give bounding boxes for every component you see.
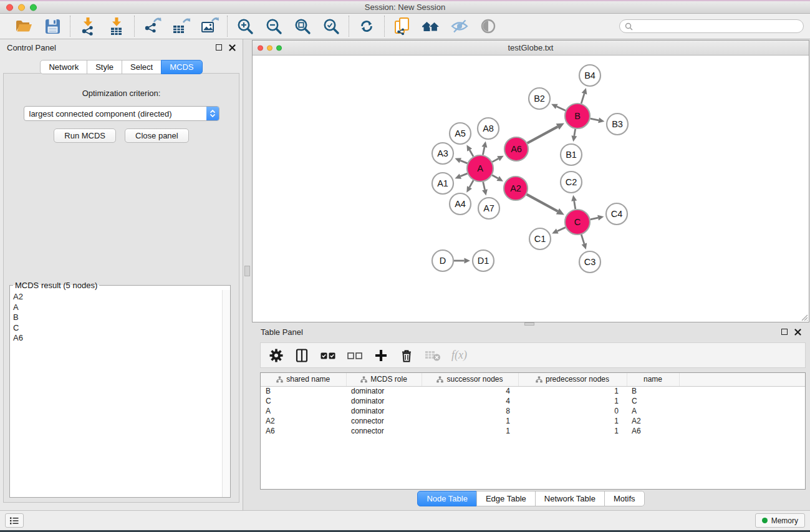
- graph-edge-A-A8[interactable]: [482, 142, 488, 155]
- graph-node-D1[interactable]: D1: [473, 250, 494, 271]
- table-cell[interactable]: A6: [261, 426, 346, 436]
- function-builder-icon[interactable]: f(x): [451, 349, 467, 362]
- table-cell[interactable]: 0: [518, 406, 627, 416]
- float-panel-icon[interactable]: [216, 44, 222, 51]
- graph-edge-A6-B[interactable]: [528, 123, 564, 143]
- tab-node-table[interactable]: Node Table: [417, 491, 477, 506]
- graph-edge-A-A7[interactable]: [482, 181, 488, 195]
- tab-network-table[interactable]: Network Table: [535, 491, 605, 506]
- graph-node-D[interactable]: D: [432, 250, 453, 271]
- table-cell[interactable]: 4: [422, 386, 518, 396]
- table-cell[interactable]: 1: [422, 426, 518, 436]
- delete-table-icon[interactable]: [425, 349, 441, 362]
- close-panel-button[interactable]: Close panel: [125, 128, 189, 143]
- graph-edge-A-A6[interactable]: [492, 156, 503, 162]
- graph-node-B2[interactable]: B2: [529, 88, 550, 109]
- network-canvas[interactable]: B4B2BB3A8A5A6A3B1AC2A1A2A4A7C4CC1DD1C3: [253, 56, 809, 322]
- memory-button[interactable]: Memory: [755, 513, 805, 528]
- table-row[interactable]: A6connector11A6: [261, 426, 805, 436]
- network-close-button[interactable]: [258, 45, 263, 51]
- table-cell[interactable]: B: [261, 386, 346, 396]
- graph-edge-A-A1[interactable]: [455, 173, 467, 179]
- network-minimize-button[interactable]: [267, 45, 272, 51]
- toggle-graphics-button[interactable]: [477, 15, 499, 37]
- deselect-all-icon[interactable]: [347, 348, 363, 363]
- table-cell[interactable]: C: [627, 396, 679, 406]
- graph-node-A8[interactable]: A8: [478, 118, 499, 139]
- graph-node-A6[interactable]: A6: [504, 137, 528, 161]
- graph-node-C1[interactable]: C1: [529, 228, 551, 249]
- table-cell[interactable]: 1: [518, 386, 627, 396]
- column-header-name[interactable]: name: [627, 373, 679, 386]
- table-cell[interactable]: C: [261, 396, 346, 406]
- tab-mcds[interactable]: MCDS: [161, 60, 202, 74]
- search-input[interactable]: [636, 22, 798, 31]
- graph-node-B4[interactable]: B4: [579, 65, 600, 86]
- tab-network[interactable]: Network: [40, 60, 87, 74]
- run-mcds-button[interactable]: Run MCDS: [54, 128, 116, 143]
- graph-node-C[interactable]: C: [565, 210, 590, 235]
- export-network-button[interactable]: [141, 15, 163, 37]
- select-all-icon[interactable]: [320, 348, 336, 363]
- graph-node-A4[interactable]: A4: [450, 193, 471, 215]
- task-history-button[interactable]: [5, 513, 24, 528]
- column-header-successor-nodes[interactable]: successor nodes: [422, 373, 518, 386]
- resize-grip-icon[interactable]: [799, 312, 808, 321]
- graph-edge-A-A4[interactable]: [466, 180, 473, 193]
- column-header-MCDS-role[interactable]: MCDS role: [346, 373, 422, 386]
- mcds-result-item[interactable]: A6: [13, 333, 221, 344]
- network-graph[interactable]: B4B2BB3A8A5A6A3B1AC2A1A2A4A7C4CC1DD1C3: [253, 56, 809, 322]
- graph-node-A7[interactable]: A7: [478, 198, 499, 219]
- graph-node-A3[interactable]: A3: [432, 143, 453, 164]
- zoom-out-button[interactable]: [263, 15, 285, 37]
- mcds-result-item[interactable]: A: [13, 302, 221, 313]
- table-settings-gear-icon[interactable]: [269, 348, 284, 363]
- graph-edge-A-A3[interactable]: [455, 158, 467, 163]
- add-column-icon[interactable]: [374, 348, 388, 363]
- table-cell[interactable]: A2: [261, 416, 346, 426]
- table-cell[interactable]: dominator: [346, 396, 422, 406]
- result-scrollbar[interactable]: [222, 290, 230, 497]
- clone-network-button[interactable]: [391, 15, 413, 37]
- search-field[interactable]: [619, 19, 804, 33]
- graph-node-A2[interactable]: A2: [504, 177, 528, 200]
- column-header-predecessor-nodes[interactable]: predecessor nodes: [518, 373, 627, 386]
- graph-edge-A2-C[interactable]: [527, 195, 564, 215]
- table-cell[interactable]: 1: [518, 416, 627, 426]
- mcds-result-item[interactable]: A2: [13, 292, 221, 302]
- graph-edge-A-A5[interactable]: [466, 145, 473, 157]
- graph-node-B1[interactable]: B1: [561, 144, 582, 165]
- graph-node-C2[interactable]: C2: [561, 172, 582, 193]
- table-cell[interactable]: dominator: [346, 406, 422, 416]
- table-cell[interactable]: 1: [518, 396, 627, 406]
- column-header-shared-name[interactable]: shared name: [261, 373, 346, 386]
- open-session-button[interactable]: [12, 15, 35, 37]
- zoom-fit-button[interactable]: [291, 15, 314, 37]
- criterion-dropdown[interactable]: largest connected component (directed): [24, 106, 219, 121]
- export-table-button[interactable]: [170, 15, 192, 37]
- tab-motifs[interactable]: Motifs: [604, 491, 645, 506]
- table-cell[interactable]: A: [627, 406, 679, 416]
- delete-column-trash-icon[interactable]: [399, 348, 414, 363]
- table-cell[interactable]: connector: [346, 416, 422, 426]
- zoom-in-button[interactable]: [234, 15, 256, 37]
- graph-edge-B-B1[interactable]: [571, 129, 577, 142]
- float-table-panel-icon[interactable]: [781, 329, 788, 335]
- graph-edge-B-B2[interactable]: [551, 104, 566, 111]
- table-cell[interactable]: dominator: [346, 386, 422, 396]
- graph-edge-B-B4[interactable]: [581, 88, 587, 104]
- zoom-selected-button[interactable]: [320, 15, 342, 37]
- tab-edge-table[interactable]: Edge Table: [476, 491, 536, 506]
- table-row[interactable]: A2connector11A2: [261, 416, 805, 426]
- table-cell[interactable]: 1: [422, 416, 518, 426]
- graph-edge-A-A2[interactable]: [492, 175, 503, 181]
- mcds-result-item[interactable]: C: [13, 323, 221, 334]
- tab-select[interactable]: Select: [122, 60, 162, 74]
- show-columns-icon[interactable]: [294, 348, 309, 363]
- graph-edge-C-C1[interactable]: [552, 228, 566, 234]
- zoom-window-button[interactable]: [30, 4, 37, 11]
- table-cell[interactable]: 1: [518, 426, 627, 436]
- table-row[interactable]: Bdominator41B: [261, 386, 805, 396]
- graph-edge-C-C3[interactable]: [581, 235, 587, 249]
- mcds-result-list[interactable]: A2ABCA6: [11, 292, 221, 496]
